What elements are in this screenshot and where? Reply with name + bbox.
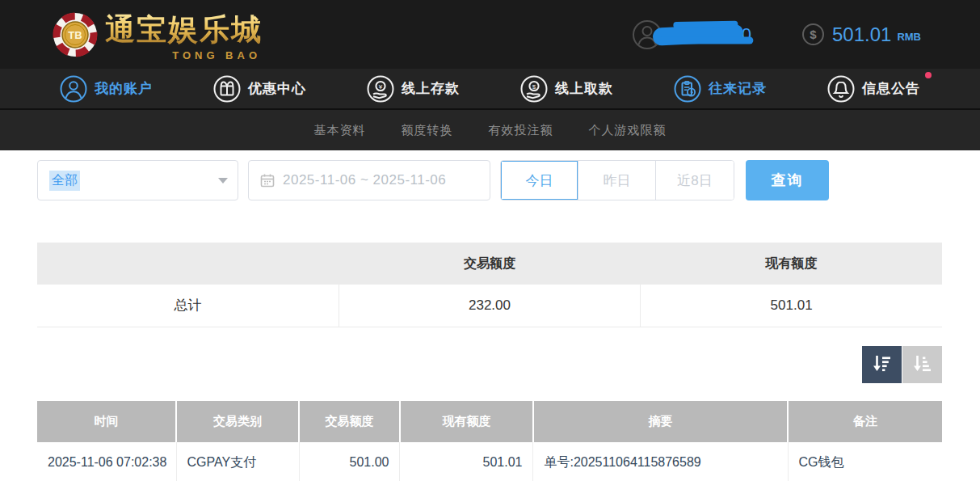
subnav-item-basic-info[interactable]: 基本资料 (314, 123, 366, 138)
record-amount: 501.00 (299, 442, 400, 481)
balance-currency: RMB (897, 26, 921, 43)
summary-total-balance: 501.01 (641, 285, 942, 327)
deposit-coin-icon: ¥ (367, 75, 394, 103)
chevron-down-icon (218, 178, 228, 184)
redacted-username-scribble (652, 23, 743, 46)
yesterday-button[interactable]: 昨日 (578, 161, 656, 200)
today-button[interactable]: 今日 (501, 161, 578, 200)
calendar-icon (260, 173, 275, 188)
sort-descending-button[interactable] (862, 346, 902, 383)
records-table: 时间 交易类别 交易额度 现有额度 摘要 备注 2025-11-06 07:02… (37, 401, 942, 481)
top-header: TB 通宝娱乐城 TONG BAO 0 $ 501.01 RMB (0, 0, 980, 69)
search-button[interactable]: 查询 (746, 160, 829, 200)
summary-total-row: 总计 232.00 501.01 (37, 285, 942, 327)
nav-item-announcements[interactable]: 信息公告 (827, 75, 920, 103)
subnav-item-credit-transfer[interactable]: 额度转换 (402, 123, 453, 138)
record-type: CGPAY支付 (176, 442, 299, 481)
subnav-item-valid-bets[interactable]: 有效投注额 (489, 123, 553, 138)
username-display[interactable]: 0 (632, 19, 751, 50)
records-header-balance: 现有额度 (400, 401, 533, 442)
nav-item-my-account[interactable]: 我的账户 (60, 75, 153, 103)
account-subnav: 基本资料 额度转换 有效投注额 个人游戏限额 (0, 110, 980, 150)
records-header-summary: 摘要 (533, 401, 788, 442)
date-range-input[interactable]: 2025-11-06 ~ 2025-11-06 (248, 160, 490, 200)
site-subtitle: TONG BAO (172, 49, 261, 61)
svg-text:$: $ (532, 82, 536, 90)
svg-text:¥: ¥ (378, 82, 383, 90)
last-8-days-button[interactable]: 近8日 (656, 161, 734, 200)
transaction-type-select[interactable]: 全部 (37, 160, 238, 200)
sort-toolbar (37, 346, 942, 383)
records-header-row: 时间 交易类别 交易额度 现有额度 摘要 备注 (37, 401, 942, 442)
summary-total-label: 总计 (37, 285, 339, 327)
records-header-type: 交易类别 (176, 401, 299, 442)
subnav-item-personal-game-limit[interactable]: 个人游戏限额 (589, 123, 667, 138)
user-icon (60, 75, 87, 103)
site-logo[interactable]: TB 通宝娱乐城 TONG BAO (52, 10, 263, 60)
summary-total-transaction: 232.00 (339, 285, 640, 327)
summary-header-row: 交易额度 现有额度 (37, 243, 942, 285)
selected-type-value: 全部 (49, 171, 80, 191)
balance-display[interactable]: $ 501.01 RMB (801, 23, 921, 46)
table-row: 2025-11-06 07:02:38 CGPAY支付 501.00 501.0… (37, 442, 942, 481)
record-time: 2025-11-06 07:02:38 (37, 442, 176, 481)
main-content: 全部 2025-11-06 ~ 2025-11-06 今日 昨日 近8日 查询 (0, 160, 980, 481)
poker-chip-logo-icon: TB (52, 11, 99, 58)
sort-ascending-button[interactable] (902, 346, 942, 383)
site-title-block: 通宝娱乐城 TONG BAO (105, 10, 263, 60)
summary-header-empty (37, 243, 339, 285)
gift-icon (213, 75, 241, 103)
record-balance: 501.01 (400, 442, 533, 481)
records-clipboard-icon (674, 75, 701, 103)
record-summary: 单号:202511064115876589 (533, 442, 788, 481)
main-navigation: 我的账户 优惠中心 ¥ 线上存款 (0, 69, 980, 110)
balance-amount: 501.01 (832, 23, 891, 46)
record-note: CG钱包 (788, 442, 942, 481)
date-range-value: 2025-11-06 ~ 2025-11-06 (283, 172, 446, 188)
svg-text:$: $ (810, 27, 817, 41)
dollar-icon: $ (801, 23, 825, 46)
bell-icon (827, 75, 855, 103)
records-header-time: 时间 (37, 401, 176, 442)
filter-toolbar: 全部 2025-11-06 ~ 2025-11-06 今日 昨日 近8日 查询 (37, 160, 942, 200)
summary-header-balance: 现有额度 (641, 243, 942, 285)
site-title: 通宝娱乐城 (105, 10, 263, 50)
nav-item-deposit[interactable]: ¥ 线上存款 (367, 75, 460, 103)
summary-header-transaction: 交易额度 (339, 243, 640, 285)
nav-item-promotions[interactable]: 优惠中心 (213, 75, 306, 103)
records-header-amount: 交易额度 (299, 401, 400, 442)
nav-item-withdraw[interactable]: $ 线上取款 (520, 75, 613, 103)
svg-text:TB: TB (68, 29, 82, 41)
nav-item-transaction-records[interactable]: 往来记录 (674, 75, 767, 103)
withdraw-coin-icon: $ (520, 75, 548, 103)
records-header-note: 备注 (788, 401, 942, 442)
notification-dot (925, 72, 932, 78)
quick-date-button-group: 今日 昨日 近8日 (500, 160, 734, 200)
summary-table: 交易额度 现有额度 总计 232.00 501.01 (37, 243, 942, 327)
